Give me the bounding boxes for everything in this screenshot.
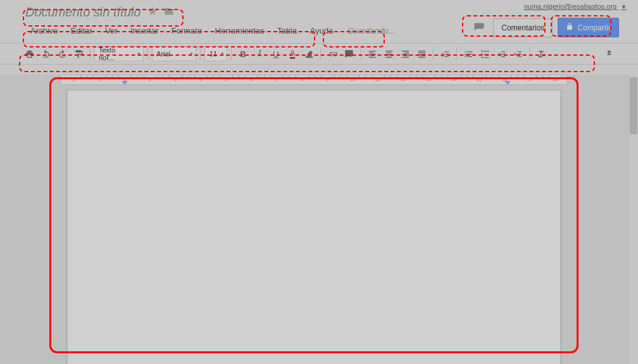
separator [360, 47, 361, 60]
ruler-number: 4 [199, 77, 202, 82]
separator [433, 47, 434, 60]
separator [456, 47, 457, 60]
link-icon[interactable] [325, 46, 340, 61]
align-left-icon[interactable] [365, 46, 380, 61]
saving-status: Guardando... [347, 26, 396, 35]
font-select[interactable]: Arial [152, 46, 196, 61]
font-size-select[interactable]: 11 [204, 46, 227, 61]
separator [529, 47, 530, 60]
numbered-list-icon[interactable] [461, 46, 476, 61]
paint-format-icon[interactable] [71, 46, 86, 61]
ruler-number: 11 [375, 77, 381, 82]
ruler-number: 7 [275, 77, 278, 82]
ruler-number: 18 [553, 77, 558, 82]
highlight-color-icon[interactable] [301, 46, 316, 61]
ruler-number: 6 [250, 77, 253, 82]
ruler-number: 13 [426, 77, 432, 82]
star-icon[interactable] [147, 6, 158, 19]
ruler-number: 17 [527, 77, 533, 82]
comment-bubble-icon[interactable] [470, 19, 488, 37]
toolbar: Texto nor... Arial 11 B I U A [0, 43, 638, 65]
align-right-icon[interactable] [397, 46, 413, 61]
ruler-number: 9 [326, 77, 328, 82]
insert-comment-icon[interactable] [341, 46, 356, 61]
redo-icon[interactable] [54, 46, 70, 61]
app-root: numa.nigerio@iesabastos.org ▼ Documento … [0, 0, 638, 364]
menu-ayuda[interactable]: Ayuda [305, 23, 339, 38]
ruler-number: 12 [401, 77, 406, 82]
ruler-number: 5 [225, 77, 227, 82]
menu-editar[interactable]: Editar [66, 23, 97, 38]
share-button-label: Compartir [577, 23, 611, 32]
underline-icon[interactable]: U [268, 46, 284, 61]
collapse-toolbar-icon[interactable] [601, 46, 616, 61]
ruler-number: 8 [301, 77, 303, 82]
italic-icon[interactable]: I [252, 46, 267, 61]
document-canvas: 21123456789101112131415161718 [0, 75, 638, 364]
separator [320, 47, 321, 60]
ruler-number: 14 [451, 77, 457, 82]
document-title[interactable]: Documento sin título [25, 5, 141, 20]
menu-ver[interactable]: Ver [100, 23, 123, 38]
ruler-number: 15 [477, 77, 482, 82]
separator [200, 47, 201, 60]
lock-icon [566, 23, 573, 32]
share-button[interactable]: Compartir [558, 18, 619, 37]
ruler-number: 1 [98, 77, 101, 82]
align-justify-icon[interactable] [414, 46, 429, 61]
menu-formato[interactable]: Formato [166, 23, 207, 38]
increase-indent-icon[interactable] [510, 46, 525, 61]
style-select[interactable]: Texto nor... [94, 46, 144, 61]
undo-icon[interactable] [38, 46, 53, 61]
menu-insertar[interactable]: Insertar [125, 23, 163, 38]
separator [90, 47, 91, 60]
clear-formatting-icon[interactable] [534, 46, 549, 61]
separator [231, 47, 232, 60]
vertical-scrollbar[interactable] [628, 75, 638, 364]
separator [147, 47, 148, 60]
menu-archivo[interactable]: Archivo [25, 23, 63, 38]
ruler-number: 10 [350, 77, 356, 82]
decrease-indent-icon[interactable] [494, 46, 509, 61]
ruler-number: 2 [73, 77, 75, 82]
bold-icon[interactable]: B [235, 46, 251, 61]
line-spacing-icon[interactable] [437, 46, 453, 61]
bulleted-list-icon[interactable] [477, 46, 492, 61]
ruler-number: 2 [149, 77, 151, 82]
menu-tabla[interactable]: Tabla [272, 23, 302, 38]
ruler-number: 3 [174, 77, 177, 82]
horizontal-ruler[interactable]: 21123456789101112131415161718 [61, 75, 567, 85]
comments-button[interactable]: Comentarios [493, 18, 553, 37]
folder-icon[interactable] [164, 6, 174, 19]
text-color-icon[interactable]: A [285, 46, 300, 61]
document-page[interactable] [67, 90, 561, 364]
top-right-actions: Comentarios Compartir [470, 18, 619, 37]
menu-herramientas[interactable]: Herramientas [210, 23, 270, 38]
scrollbar-thumb[interactable] [630, 77, 637, 134]
print-icon[interactable] [22, 46, 37, 61]
align-center-icon[interactable] [381, 46, 396, 61]
